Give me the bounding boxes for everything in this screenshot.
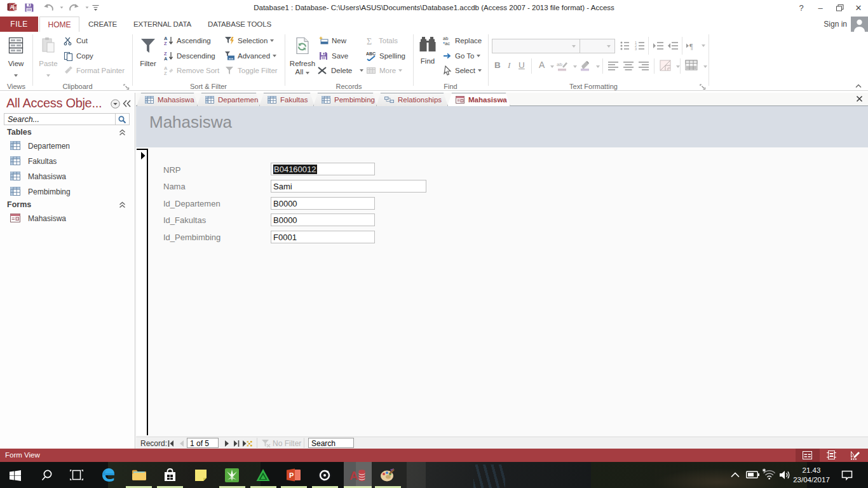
svg-text:ab: ab bbox=[557, 62, 562, 67]
svg-text:¶: ¶ bbox=[689, 42, 693, 51]
svg-text:Z: Z bbox=[164, 41, 167, 46]
svg-text:A: A bbox=[349, 469, 358, 482]
svg-text:P: P bbox=[289, 471, 294, 479]
svg-text:ac: ac bbox=[445, 41, 450, 46]
svg-text:Σ: Σ bbox=[367, 37, 372, 46]
svg-text:3: 3 bbox=[635, 47, 637, 51]
svg-text:ABC: ABC bbox=[366, 51, 376, 56]
svg-text:A: A bbox=[164, 56, 168, 61]
svg-text:Z: Z bbox=[164, 71, 167, 76]
